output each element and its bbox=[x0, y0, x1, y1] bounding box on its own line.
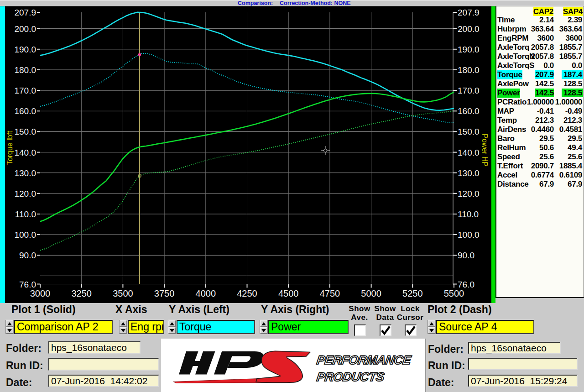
svg-text:PERFORMANCE: PERFORMANCE bbox=[316, 353, 412, 367]
svg-text:170.0: 170.0 bbox=[458, 86, 480, 95]
svg-text:4500: 4500 bbox=[278, 288, 299, 298]
svg-text:207.9: 207.9 bbox=[458, 8, 480, 17]
svg-text:3750: 3750 bbox=[154, 288, 175, 298]
svg-text:130.0: 130.0 bbox=[458, 168, 480, 178]
svg-text:150.0: 150.0 bbox=[14, 127, 36, 136]
svg-text:120.0: 120.0 bbox=[14, 189, 36, 199]
svg-text:190.0: 190.0 bbox=[458, 45, 480, 54]
svg-text:180.0: 180.0 bbox=[14, 65, 36, 75]
svg-text:4000: 4000 bbox=[196, 288, 216, 298]
svg-text:5250: 5250 bbox=[402, 288, 423, 298]
svg-text:100.0: 100.0 bbox=[458, 230, 480, 240]
svg-text:120.0: 120.0 bbox=[458, 189, 480, 199]
svg-text:207.9: 207.9 bbox=[14, 8, 36, 17]
svg-text:110.0: 110.0 bbox=[458, 209, 479, 219]
svg-text:76.0: 76.0 bbox=[19, 280, 36, 289]
svg-text:180.0: 180.0 bbox=[458, 65, 480, 75]
svg-text:200.0: 200.0 bbox=[14, 24, 36, 34]
svg-text:100.0: 100.0 bbox=[14, 230, 36, 240]
svg-text:5500: 5500 bbox=[444, 288, 464, 298]
svg-text:PRODUCTS: PRODUCTS bbox=[316, 370, 385, 384]
svg-text:160.0: 160.0 bbox=[14, 106, 36, 116]
svg-text:90.0: 90.0 bbox=[458, 251, 474, 260]
svg-text:140.0: 140.0 bbox=[458, 148, 480, 157]
svg-text:76.0: 76.0 bbox=[458, 280, 474, 289]
svg-text:190.0: 190.0 bbox=[14, 45, 36, 54]
svg-text:170.0: 170.0 bbox=[14, 86, 36, 95]
svg-text:90.0: 90.0 bbox=[19, 251, 36, 260]
svg-text:160.0: 160.0 bbox=[458, 106, 480, 116]
svg-text:140.0: 140.0 bbox=[14, 148, 36, 157]
svg-text:3250: 3250 bbox=[71, 288, 92, 298]
svg-text:130.0: 130.0 bbox=[14, 168, 36, 178]
svg-text:4750: 4750 bbox=[320, 288, 340, 298]
svg-text:3000: 3000 bbox=[30, 288, 51, 298]
svg-text:110.0: 110.0 bbox=[15, 209, 36, 219]
svg-text:200.0: 200.0 bbox=[458, 24, 480, 34]
svg-text:4250: 4250 bbox=[237, 288, 257, 298]
svg-text:5000: 5000 bbox=[361, 288, 381, 298]
svg-text:150.0: 150.0 bbox=[458, 127, 480, 136]
svg-text:3500: 3500 bbox=[113, 288, 133, 298]
